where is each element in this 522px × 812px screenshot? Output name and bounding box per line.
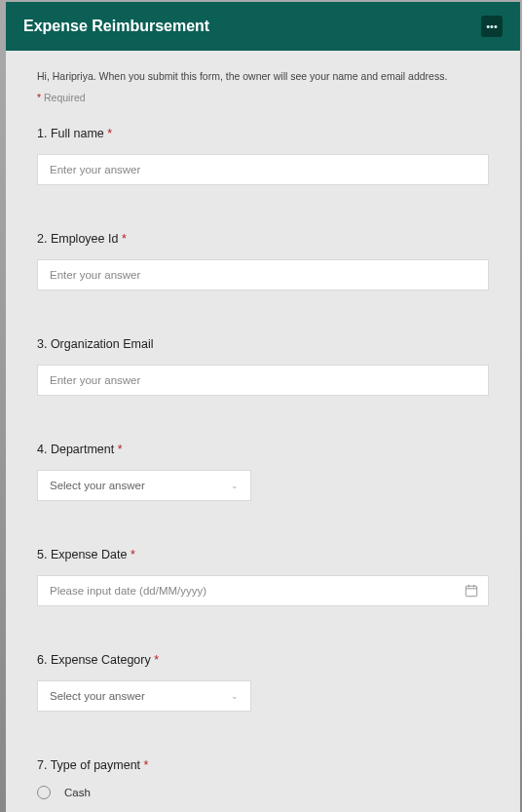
required-asterisk: * [154, 653, 159, 667]
expense-date-input[interactable] [37, 575, 489, 606]
label-text: 4. Department [37, 443, 114, 456]
required-asterisk: * [118, 443, 123, 456]
question-expense-date: 5. Expense Date * [37, 548, 489, 606]
select-placeholder: Select your answer [50, 690, 145, 702]
radio-label: Cash [64, 787, 91, 798]
calendar-icon [465, 584, 478, 598]
question-label: 5. Expense Date * [37, 548, 489, 561]
form-header: Expense Reimbursement ••• [6, 2, 520, 51]
intro-text: Hi, Haripriya. When you submit this form… [37, 70, 489, 82]
select-placeholder: Select your answer [50, 480, 145, 491]
ellipsis-icon: ••• [486, 20, 498, 32]
label-text: 2. Employee Id [37, 232, 118, 246]
radio-option-cash[interactable]: Cash [37, 786, 489, 799]
question-department: 4. Department * Select your answer ⌄ [37, 443, 489, 501]
svg-rect-0 [466, 586, 476, 597]
form-body: Hi, Haripriya. When you submit this form… [6, 51, 520, 812]
required-asterisk: * [107, 127, 112, 140]
required-asterisk: * [122, 232, 127, 246]
required-asterisk: * [144, 758, 149, 772]
more-options-button[interactable]: ••• [481, 16, 503, 37]
date-text-field[interactable] [38, 576, 465, 605]
question-label: 7. Type of payment * [37, 758, 489, 772]
question-label: 6. Expense Category * [37, 653, 489, 667]
question-full-name: 1. Full name * [37, 127, 489, 185]
label-text: 3. Organization Email [37, 337, 154, 351]
question-label: 3. Organization Email [37, 337, 489, 351]
required-asterisk: * [37, 92, 41, 103]
required-asterisk: * [130, 548, 135, 561]
label-text: 5. Expense Date [37, 548, 127, 561]
question-label: 1. Full name * [37, 127, 489, 140]
question-employee-id: 2. Employee Id * [37, 232, 489, 290]
question-label: 2. Employee Id * [37, 232, 489, 246]
question-label: 4. Department * [37, 443, 489, 456]
chevron-down-icon: ⌄ [231, 691, 239, 701]
label-text: 6. Expense Category [37, 653, 151, 667]
employee-id-input[interactable] [37, 259, 489, 290]
chevron-down-icon: ⌄ [231, 481, 239, 490]
question-payment-type: 7. Type of payment * Cash Personal card … [37, 758, 489, 812]
required-label: Required [44, 92, 86, 103]
form-title: Expense Reimbursement [23, 18, 209, 35]
org-email-input[interactable] [37, 365, 489, 396]
label-text: 1. Full name [37, 127, 104, 140]
full-name-input[interactable] [37, 154, 489, 185]
radio-icon [37, 786, 51, 799]
required-note: * Required [37, 92, 489, 103]
label-text: 7. Type of payment [37, 758, 140, 772]
question-org-email: 3. Organization Email [37, 337, 489, 396]
expense-category-select[interactable]: Select your answer ⌄ [37, 680, 251, 712]
department-select[interactable]: Select your answer ⌄ [37, 470, 251, 501]
form-container: Expense Reimbursement ••• Hi, Haripriya.… [6, 2, 520, 812]
question-expense-category: 6. Expense Category * Select your answer… [37, 653, 489, 712]
